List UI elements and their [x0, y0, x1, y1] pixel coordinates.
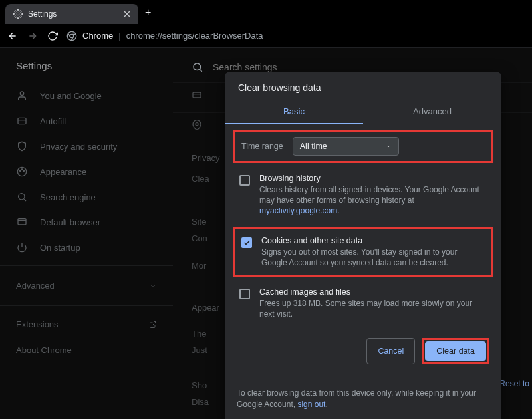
cancel-button[interactable]: Cancel	[366, 338, 415, 364]
checkbox-cookies[interactable]	[241, 237, 252, 248]
tab-basic[interactable]: Basic	[225, 100, 363, 124]
sidebar-advanced[interactable]: Advanced	[0, 271, 173, 300]
clear-browsing-data-dialog: Clear browsing data Basic Advanced Time …	[225, 72, 501, 419]
sidebar-item-search-engine[interactable]: Search engine	[0, 184, 173, 210]
chevron-down-icon	[385, 143, 392, 150]
close-icon[interactable]	[124, 11, 130, 17]
time-range-label: Time range	[241, 142, 283, 151]
svg-point-0	[17, 13, 19, 15]
tab-title: Settings	[28, 9, 57, 19]
search-icon	[16, 191, 28, 203]
svg-point-8	[23, 170, 25, 172]
address-bar[interactable]: Chrome | chrome://settings/clearBrowserD…	[66, 31, 525, 41]
location-icon	[192, 120, 202, 130]
person-icon	[16, 90, 28, 102]
shield-icon	[16, 140, 28, 152]
search-icon	[192, 61, 203, 73]
highlight-cookies: Cookies and other site data Signs you ou…	[233, 227, 493, 277]
sidebar-item-autofill[interactable]: Autofill	[0, 108, 173, 134]
browser-toolbar: Chrome | chrome://settings/clearBrowserD…	[0, 24, 532, 48]
svg-rect-4	[18, 118, 26, 124]
sidebar-extensions[interactable]: Extensions	[0, 311, 173, 337]
back-button[interactable]	[7, 30, 19, 42]
gear-icon	[13, 9, 23, 19]
sidebar-about[interactable]: About Chrome	[0, 337, 173, 363]
option-cookies: Cookies and other site data Signs you ou…	[235, 229, 491, 275]
svg-point-9	[19, 194, 25, 200]
svg-point-6	[20, 170, 21, 172]
dialog-footer: To clear browsing data from this device …	[237, 378, 489, 410]
reset-link[interactable]: Reset to	[499, 379, 529, 388]
chevron-down-icon	[149, 282, 157, 290]
url-prefix: Chrome	[82, 31, 113, 41]
browser-tab[interactable]: Settings	[5, 4, 138, 24]
myactivity-link[interactable]: myactivity.google.com	[259, 206, 337, 215]
autofill-icon	[16, 115, 28, 127]
chrome-icon	[66, 31, 77, 41]
forward-button[interactable]	[27, 30, 39, 42]
power-icon	[16, 241, 28, 253]
card-icon	[192, 90, 202, 100]
clear-data-button[interactable]: Clear data	[425, 341, 486, 361]
svg-point-13	[196, 123, 198, 126]
svg-point-3	[20, 92, 23, 95]
reload-button[interactable]	[47, 30, 59, 42]
tab-advanced[interactable]: Advanced	[363, 100, 501, 124]
svg-rect-12	[193, 92, 201, 98]
settings-sidebar: Settings You and Google Autofill Privacy…	[0, 48, 173, 419]
sidebar-item-you-and-google[interactable]: You and Google	[0, 83, 173, 108]
checkbox-cached[interactable]	[239, 289, 250, 299]
sidebar-item-default-browser[interactable]: Default browser	[0, 210, 173, 235]
sign-out-link[interactable]: sign out	[297, 400, 325, 409]
url-path: chrome://settings/clearBrowserData	[126, 31, 263, 41]
dialog-title: Clear browsing data	[225, 72, 501, 100]
option-browsing-history: Browsing history Clears history from all…	[233, 167, 493, 223]
new-tab-button[interactable]: +	[138, 1, 158, 24]
dialog-tabs: Basic Advanced	[225, 100, 501, 124]
time-range-select[interactable]: All time	[293, 137, 399, 156]
search-input[interactable]	[213, 62, 386, 72]
highlight-clear-data: Clear data	[422, 338, 489, 364]
external-link-icon	[149, 321, 157, 329]
svg-point-7	[21, 169, 23, 170]
svg-point-11	[194, 63, 201, 70]
option-cached: Cached images and files Frees up 318 MB.…	[233, 281, 493, 326]
sidebar-item-appearance[interactable]: Appearance	[0, 159, 173, 184]
page-title: Settings	[0, 60, 173, 83]
browser-icon	[16, 216, 28, 228]
sidebar-item-on-startup[interactable]: On startup	[0, 235, 173, 260]
tab-strip: Settings +	[0, 0, 532, 24]
palette-icon	[16, 166, 28, 178]
svg-rect-10	[18, 219, 26, 225]
sidebar-item-privacy[interactable]: Privacy and security	[0, 134, 173, 159]
highlight-time-range: Time range All time	[233, 130, 493, 163]
checkbox-browsing-history[interactable]	[239, 175, 250, 186]
